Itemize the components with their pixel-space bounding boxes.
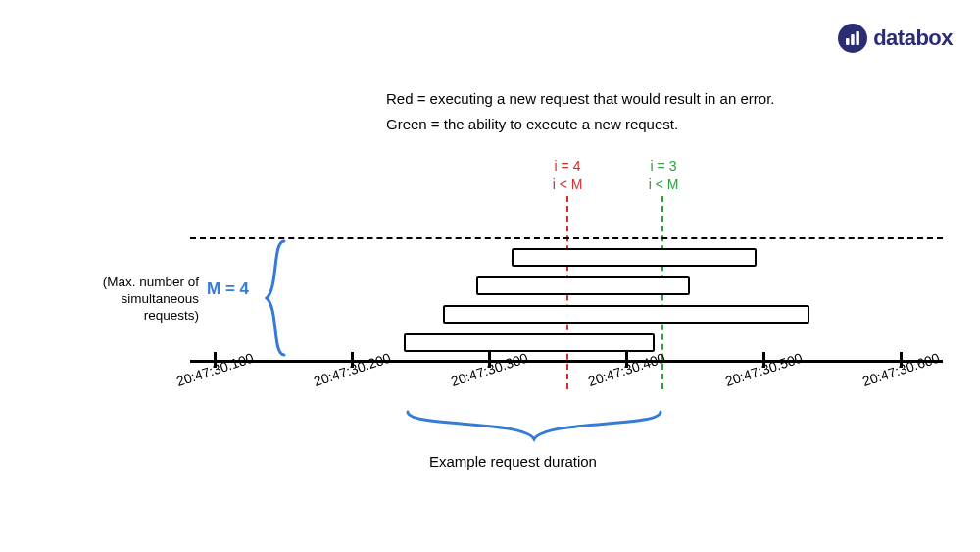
svg-rect-1 <box>851 34 855 45</box>
example-duration-label: Example request duration <box>429 453 597 470</box>
marker-green-i: i = 3 <box>634 157 693 176</box>
max-requests-value: M = 4 <box>207 279 249 299</box>
marker-red-condition: i < M <box>538 176 597 194</box>
legend: Red = executing a new request that would… <box>386 86 774 138</box>
time-axis <box>190 360 943 363</box>
bar-chart-icon <box>838 24 867 53</box>
bottom-brace-icon <box>406 408 662 443</box>
brand-logo: databox <box>838 24 953 53</box>
svg-rect-2 <box>857 31 860 45</box>
svg-rect-0 <box>846 38 850 45</box>
max-limit-line <box>190 237 943 239</box>
marker-red-label: i = 4 i < M <box>538 157 597 194</box>
request-bar <box>404 333 655 352</box>
legend-green: Green = the ability to execute a new req… <box>386 112 774 137</box>
marker-green-label: i = 3 i < M <box>634 157 693 194</box>
left-brace-icon <box>265 239 288 357</box>
timeline-diagram: i = 4 i < M i = 3 i < M 20:47:30.10020:4… <box>0 157 980 510</box>
max-requests-caption: (Max. number of simultaneous requests) <box>64 275 199 325</box>
marker-green-condition: i < M <box>634 176 693 194</box>
request-bar <box>476 276 690 295</box>
request-bar <box>443 305 809 324</box>
marker-red-i: i = 4 <box>538 157 597 176</box>
request-bar <box>512 248 757 267</box>
logo-text: databox <box>873 25 953 51</box>
legend-red: Red = executing a new request that would… <box>386 86 774 112</box>
